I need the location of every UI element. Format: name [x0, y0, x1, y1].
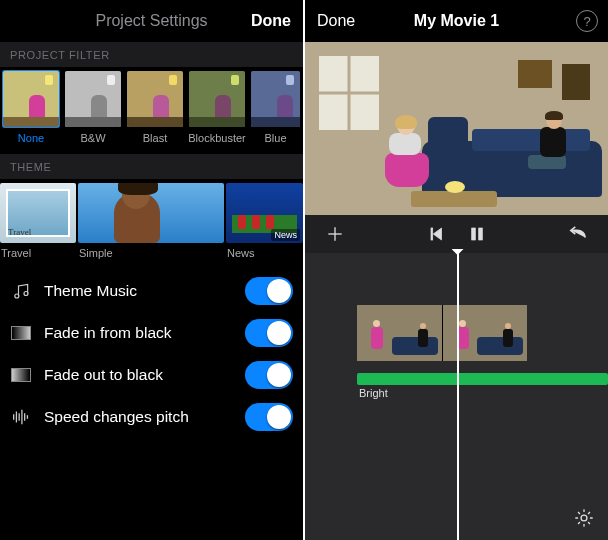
option-fade-out-label: Fade out to black	[44, 366, 245, 384]
theme-news-label: News	[226, 247, 303, 259]
svg-marker-12	[433, 228, 441, 240]
project-settings-button[interactable]	[572, 506, 596, 530]
theme-news-thumb: News	[226, 183, 303, 243]
option-theme-music: Theme Music	[10, 270, 293, 312]
fade-in-toggle[interactable]	[245, 319, 293, 347]
filter-blast-label: Blast	[143, 132, 167, 144]
section-project-filter: PROJECT FILTER	[0, 42, 303, 67]
filter-blue-thumb	[251, 71, 300, 127]
svg-rect-14	[471, 228, 475, 240]
music-note-icon	[10, 280, 32, 302]
video-clip-1[interactable]	[357, 305, 442, 361]
svg-rect-13	[431, 228, 433, 240]
skip-back-button[interactable]	[417, 215, 457, 253]
settings-header: Project Settings Done	[0, 0, 303, 42]
speed-pitch-toggle[interactable]	[245, 403, 293, 431]
filter-blast-thumb	[127, 71, 183, 127]
settings-title: Project Settings	[95, 12, 207, 30]
filter-bw-thumb	[65, 71, 121, 127]
video-preview[interactable]	[305, 42, 608, 215]
theme-travel[interactable]: Travel Travel	[0, 183, 76, 264]
fade-out-icon	[10, 364, 32, 386]
filter-blockbuster-thumb	[189, 71, 245, 127]
svg-point-16	[581, 515, 587, 521]
playhead[interactable]	[457, 253, 459, 540]
theme-simple[interactable]: Simple	[78, 183, 224, 264]
filter-row[interactable]: None B&W Blast Blockbuster Blue	[0, 67, 303, 154]
help-icon: ?	[583, 14, 590, 29]
theme-travel-label: Travel	[0, 247, 76, 259]
theme-news[interactable]: News News	[226, 183, 303, 264]
help-button[interactable]: ?	[576, 10, 598, 32]
option-fade-in-label: Fade in from black	[44, 324, 245, 342]
filter-blockbuster-label: Blockbuster	[188, 132, 245, 144]
filter-none[interactable]: None	[0, 67, 62, 154]
video-track[interactable]	[357, 305, 527, 361]
waveform-icon	[10, 406, 32, 428]
audio-clip[interactable]	[357, 373, 608, 385]
option-theme-music-label: Theme Music	[44, 282, 245, 300]
theme-travel-thumb: Travel	[0, 183, 76, 243]
pause-button[interactable]	[457, 215, 497, 253]
movie-title: My Movie 1	[414, 12, 499, 30]
add-icon	[325, 224, 345, 244]
options-list: Theme Music Fade in from black Fade out …	[0, 264, 303, 438]
theme-news-badge: News	[271, 229, 300, 241]
filter-bw-label: B&W	[80, 132, 105, 144]
undo-button[interactable]	[558, 215, 598, 253]
movie-done-button[interactable]: Done	[317, 12, 355, 30]
option-fade-in: Fade in from black	[10, 312, 293, 354]
video-clip-2[interactable]	[442, 305, 528, 361]
theme-music-toggle[interactable]	[245, 277, 293, 305]
settings-done-button[interactable]: Done	[251, 12, 291, 30]
theme-simple-label: Simple	[78, 247, 224, 259]
skip-back-icon	[428, 225, 446, 243]
filter-blockbuster[interactable]: Blockbuster	[186, 67, 248, 154]
section-theme: THEME	[0, 154, 303, 179]
gear-icon	[573, 507, 595, 529]
undo-icon	[567, 225, 589, 243]
filter-none-label: None	[18, 132, 44, 144]
movie-editor-pane: Done My Movie 1 ?	[305, 0, 608, 540]
theme-simple-thumb	[78, 183, 224, 243]
svg-rect-15	[478, 228, 482, 240]
option-speed-pitch-label: Speed changes pitch	[44, 408, 245, 426]
transport-bar	[305, 215, 608, 253]
filter-blue[interactable]: Blue	[248, 67, 303, 154]
movie-header: Done My Movie 1 ?	[305, 0, 608, 42]
add-media-button[interactable]	[315, 215, 355, 253]
filter-blast[interactable]: Blast	[124, 67, 186, 154]
timeline[interactable]: Bright	[305, 253, 608, 540]
theme-row[interactable]: Travel Travel Simple News News	[0, 179, 303, 264]
filter-bw[interactable]: B&W	[62, 67, 124, 154]
option-fade-out: Fade out to black	[10, 354, 293, 396]
filter-none-thumb	[3, 71, 59, 127]
project-settings-pane: Project Settings Done PROJECT FILTER Non…	[0, 0, 303, 540]
filter-blue-label: Blue	[264, 132, 286, 144]
pause-icon	[469, 225, 485, 243]
option-speed-pitch: Speed changes pitch	[10, 396, 293, 438]
audio-clip-label: Bright	[359, 387, 388, 399]
fade-out-toggle[interactable]	[245, 361, 293, 389]
fade-in-icon	[10, 322, 32, 344]
